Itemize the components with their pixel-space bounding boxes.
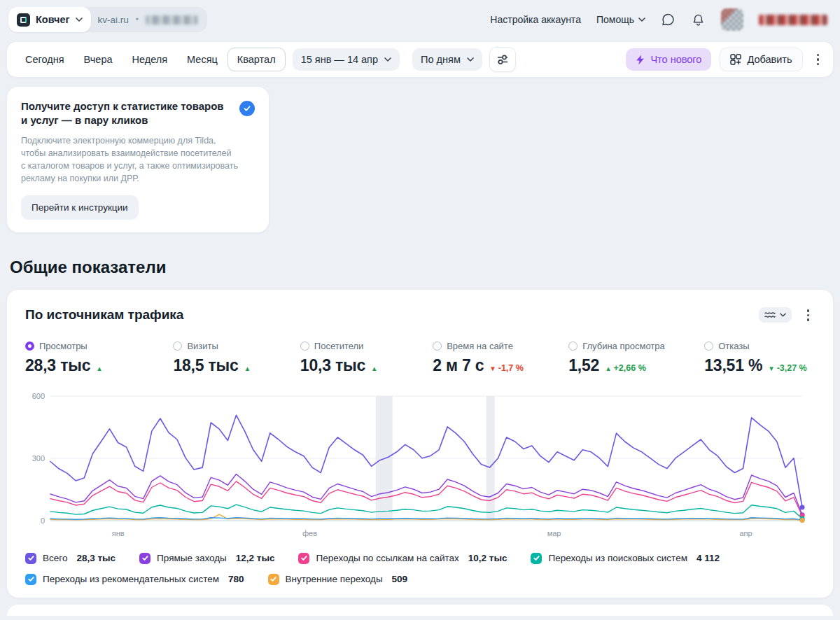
radio-icon[interactable]: [173, 341, 182, 351]
chat-icon: [661, 13, 676, 27]
legend-item-internal[interactable]: Внутренние переходы 509: [268, 574, 408, 585]
metric-depth[interactable]: Глубина просмотра 1,52▲+2,66 %: [568, 341, 704, 375]
notifications-button[interactable]: [691, 13, 706, 27]
legend-item-site-links[interactable]: Переходы по ссылкам на сайтах 10,2 тыс: [298, 553, 507, 564]
svg-text:фев: фев: [302, 529, 317, 537]
avatar[interactable]: [721, 8, 743, 31]
traffic-sources-card: По источникам трафика Просмотры 28,3 тыс…: [7, 290, 833, 598]
legend-label: Внутренние переходы: [286, 574, 383, 584]
legend-value: 12,2 тыс: [236, 553, 275, 563]
promo-cta-button[interactable]: Перейти к инструкции: [21, 195, 139, 220]
metric-bounces[interactable]: Отказы 13,51 %▼-3,27 %: [704, 341, 815, 375]
period-tab-quarter[interactable]: Квартал: [227, 48, 286, 71]
checkbox-icon[interactable]: [298, 553, 309, 564]
toolbar-menu-button[interactable]: [811, 50, 825, 70]
sliders-icon: [496, 53, 509, 66]
radio-icon[interactable]: [300, 341, 309, 351]
legend-value: 28,3 тыс: [76, 553, 115, 563]
whats-new-label: Что нового: [650, 54, 701, 65]
checkbox-icon[interactable]: [139, 553, 150, 564]
metric-delta: ▲: [371, 365, 379, 372]
censored-counter-id: [146, 15, 197, 24]
counter-pill[interactable]: Ковчег: [8, 7, 91, 32]
top-right-nav: Настройка аккаунта Помощь: [490, 8, 827, 31]
whats-new-button[interactable]: Что нового: [626, 48, 711, 71]
legend-value: 10,2 тыс: [468, 553, 507, 563]
counter-switcher[interactable]: Ковчег kv-ai.ru •: [8, 7, 207, 32]
legend-item-recommendation[interactable]: Переходы из рекомендательных систем 780: [25, 574, 244, 585]
legend-item-search[interactable]: Переходы из поисковых систем 4 112: [531, 553, 720, 564]
svg-text:янв: янв: [112, 529, 125, 537]
radio-icon[interactable]: [704, 341, 713, 351]
chevron-down-icon: [467, 57, 474, 62]
metric-value: 1,52: [568, 356, 599, 375]
separator-dot: •: [136, 15, 139, 24]
checkbox-icon[interactable]: [531, 553, 542, 564]
svg-text:300: 300: [32, 454, 45, 463]
chevron-down-icon: [780, 313, 786, 317]
svg-text:600: 600: [32, 392, 45, 400]
radio-icon[interactable]: [433, 341, 442, 351]
period-tab-yesterday[interactable]: Вчера: [74, 48, 122, 71]
toolbar-right: Что нового Добавить: [626, 48, 825, 71]
metric-visits[interactable]: Визиты 18,5 тыс▲: [173, 341, 300, 375]
svg-text:апр: апр: [739, 529, 752, 537]
legend-label: Прямые заходы: [157, 553, 227, 563]
checkbox-icon[interactable]: [25, 553, 36, 564]
metric-delta: ▲+2,66 %: [605, 363, 646, 373]
counter-logo-icon: [17, 13, 30, 27]
checkbox-icon[interactable]: [25, 574, 36, 585]
metric-views[interactable]: Просмотры 28,3 тыс▲: [25, 341, 173, 375]
logo-glyph: [20, 17, 27, 23]
legend-value: 509: [392, 574, 408, 584]
chart-legend: Всего 28,3 тыс Прямые заходы 12,2 тыс Пе…: [25, 553, 815, 585]
checkbox-icon[interactable]: [268, 574, 279, 585]
censored-user-name: [759, 15, 827, 25]
metric-label: Глубина просмотра: [582, 341, 665, 351]
chart-menu-button[interactable]: [802, 305, 816, 325]
chart-header-controls: [759, 305, 816, 325]
metric-value: 13,51 %: [704, 356, 762, 375]
granularity-select[interactable]: По дням: [412, 48, 482, 71]
next-card-peek: [7, 605, 833, 616]
section-title: Общие показатели: [0, 258, 840, 277]
chat-button[interactable]: [661, 13, 676, 27]
legend-value: 780: [228, 574, 244, 584]
legend-label: Всего: [43, 553, 67, 563]
chart-collapse-button[interactable]: [759, 307, 792, 323]
radio-icon[interactable]: [568, 341, 578, 351]
svg-text:0: 0: [41, 516, 45, 525]
wave-icon: [764, 311, 776, 319]
bell-icon: [691, 13, 706, 27]
period-tab-month[interactable]: Месяц: [177, 48, 227, 71]
date-range-picker[interactable]: 15 янв — 14 апр: [293, 48, 400, 71]
metric-delta: ▲: [244, 365, 253, 372]
check-circle-icon: [239, 101, 255, 116]
metric-value: 10,3 тыс: [300, 356, 365, 375]
add-widget-button[interactable]: Добавить: [720, 48, 802, 71]
add-grid-icon: [730, 54, 741, 65]
metric-label: Просмотры: [39, 341, 88, 351]
metric-delta: ▼-3,27 %: [768, 363, 807, 373]
legend-item-total[interactable]: Всего 28,3 тыс: [25, 553, 115, 564]
segment-filter-button[interactable]: [489, 47, 516, 72]
period-tab-today[interactable]: Сегодня: [15, 48, 74, 71]
help-menu[interactable]: Помощь: [596, 14, 645, 25]
svg-text:мар: мар: [547, 529, 561, 537]
lightning-icon: [636, 55, 645, 65]
period-tab-week[interactable]: Неделя: [122, 48, 178, 71]
add-widget-label: Добавить: [747, 54, 792, 65]
account-settings-link[interactable]: Настройка аккаунта: [490, 14, 581, 25]
metric-label: Время на сайте: [447, 341, 513, 351]
chart-title: По источникам трафика: [25, 307, 183, 323]
counter-name: Ковчег: [36, 14, 70, 25]
metric-users[interactable]: Посетители 10,3 тыс▲: [300, 341, 433, 375]
radio-icon[interactable]: [25, 341, 34, 351]
site-link[interactable]: kv-ai.ru: [98, 15, 129, 25]
top-bar: Ковчег kv-ai.ru • Настройка аккаунта Пом…: [0, 0, 840, 35]
metric-time-on-site[interactable]: Время на сайте 2 м 7 с▼-1,7 %: [433, 341, 568, 375]
traffic-line-chart[interactable]: 0300600янвфевмарапр: [25, 386, 815, 543]
legend-label: Переходы из поисковых систем: [548, 553, 687, 563]
legend-item-direct[interactable]: Прямые заходы 12,2 тыс: [139, 553, 274, 564]
promo-card: Получите доступ к статистике товаров и у…: [7, 87, 269, 232]
